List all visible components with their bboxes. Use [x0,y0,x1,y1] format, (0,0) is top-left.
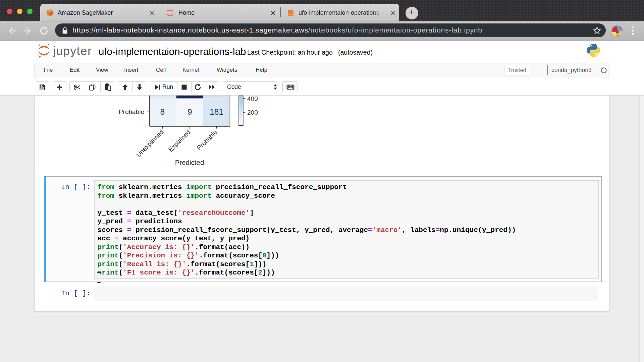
svg-text:200: 200 [247,109,258,116]
svg-text:Predicted: Predicted [175,159,204,166]
svg-text:Probable: Probable [119,108,144,115]
svg-text:9: 9 [187,107,192,116]
svg-text:Explained: Explained [167,128,192,153]
svg-text:400: 400 [247,96,258,102]
svg-text:Unexplained: Unexplained [135,128,165,159]
svg-text:8: 8 [160,107,165,116]
svg-text:181: 181 [210,107,223,116]
svg-text:Probable: Probable [196,128,219,152]
